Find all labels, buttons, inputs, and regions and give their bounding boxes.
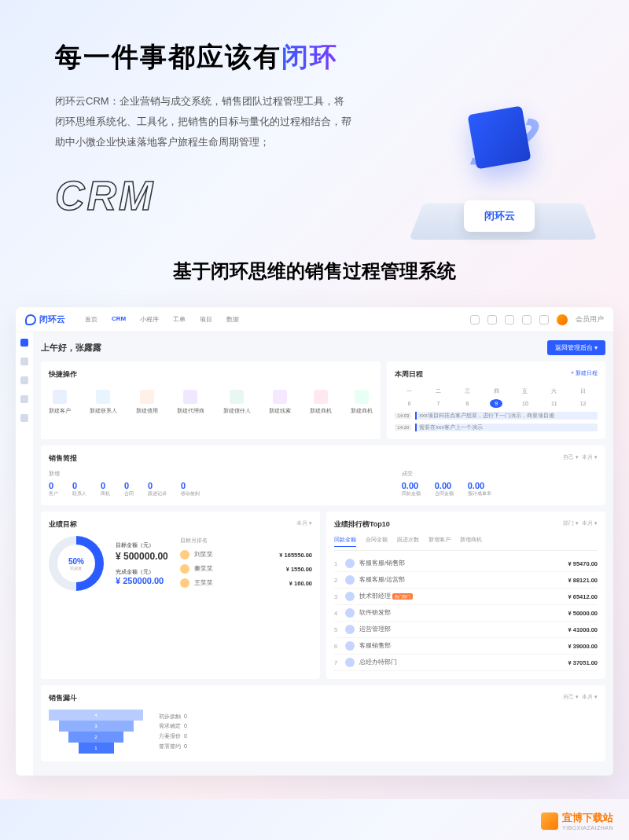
quick-ops-card: 快捷操作 新建客户新建联系人新建信用新建代理商新建信任人新建线索新建商机新建商机 <box>41 361 381 439</box>
nav-ticket[interactable]: 工单 <box>173 315 186 324</box>
app-logo[interactable]: 闭环云 <box>25 314 65 325</box>
add-schedule-button[interactable]: + 新建日程 <box>571 369 598 380</box>
schedule-card: 本周日程 + 新建日程 一二三四五六日 6789101112 14:03xxx项… <box>387 361 605 439</box>
funnel-step-1: 4 <box>49 710 143 721</box>
cal-date-12[interactable]: 12 <box>577 399 590 408</box>
cal-date-7[interactable]: 7 <box>432 399 445 408</box>
rank-item: 刘笑笑¥ 165550.00 <box>180 548 312 562</box>
brief-filter-month[interactable]: 本月 ▾ <box>582 454 598 460</box>
schedule-item[interactable]: 14:20需要在xxx客户上一个演示 <box>395 424 598 431</box>
goal-label-2: 完成金额（元） <box>116 568 168 576</box>
brief-sec2: 成交 <box>402 470 598 478</box>
back-admin-button[interactable]: 返回管理后台 ▾ <box>547 340 605 355</box>
lb-tab-3[interactable]: 新增客户 <box>429 536 451 547</box>
stat-item: 0商机 <box>101 481 110 497</box>
cal-weekday: 日 <box>577 386 590 397</box>
sidebar-item-2[interactable] <box>20 358 28 365</box>
tool-icon-3[interactable] <box>505 315 514 325</box>
sidebar-item-3[interactable] <box>20 376 28 384</box>
lb-item: 2客服客服/运营部¥ 88121.00 <box>334 572 598 589</box>
goal-pct-label: 完成度 <box>68 566 84 570</box>
quick-op-3[interactable]: 新建代理商 <box>177 390 204 415</box>
funnel-filter-self[interactable]: 自己 ▾ <box>563 694 579 699</box>
funnel-filter-month[interactable]: 本月 ▾ <box>582 694 598 699</box>
lb-filter-month[interactable]: 本月 ▾ <box>582 520 598 526</box>
brief-sec1: 新增 <box>49 470 402 478</box>
nav-project[interactable]: 项目 <box>200 315 212 324</box>
nav-data[interactable]: 数据 <box>226 315 239 324</box>
quick-op-5[interactable]: 新建线索 <box>269 390 291 415</box>
brief-title: 销售简报 <box>49 453 77 464</box>
lb-item: 7总经办特部门¥ 37051.00 <box>334 655 598 671</box>
goal-value-2: ¥ 250000.00 <box>116 576 168 585</box>
nav-crm[interactable]: CRM <box>112 315 126 324</box>
rank-item: 秦笑笑¥ 1550.00 <box>180 562 312 576</box>
cal-weekday: 六 <box>548 386 561 397</box>
hero-title: 每一件事都应该有闭环 <box>55 39 574 75</box>
stat-item: 0移动签到 <box>181 481 200 497</box>
logo-chip: 闭环云 <box>464 200 535 232</box>
cal-weekday: 三 <box>461 386 473 397</box>
tool-icon-4[interactable] <box>522 315 532 325</box>
nav-miniapp[interactable]: 小程序 <box>140 315 159 324</box>
leaderboard-card: 业绩排行榜Top10 部门 ▾ 本月 ▾ 回款金额合同金额跟进次数新增客户新增商… <box>326 512 605 679</box>
quick-op-7[interactable]: 新建商机 <box>351 390 373 415</box>
lb-tab-1[interactable]: 合同金额 <box>366 536 388 547</box>
user-avatar[interactable] <box>557 314 568 325</box>
stat-item: 0合同 <box>124 481 134 497</box>
funnel-legend-item: 需求确定 0 <box>159 721 187 732</box>
lb-tab-2[interactable]: 跟进次数 <box>397 536 419 547</box>
lb-filter-dept[interactable]: 部门 ▾ <box>563 520 579 526</box>
hero-graphic: 闭环云 <box>417 94 590 251</box>
rank-item: 王笑笑¥ 160.00 <box>180 576 312 590</box>
sidebar-item-1[interactable] <box>20 339 28 347</box>
quick-op-2[interactable]: 新建信用 <box>136 390 158 415</box>
quick-op-0[interactable]: 新建客户 <box>49 390 71 415</box>
cal-date-10[interactable]: 10 <box>519 399 532 408</box>
header-tools: 会员用户 <box>470 314 604 325</box>
cal-weekday: 一 <box>403 386 416 397</box>
quick-ops-title: 快捷操作 <box>49 369 77 380</box>
quick-op-1[interactable]: 新建联系人 <box>90 390 117 415</box>
schedule-title: 本周日程 <box>395 369 423 380</box>
top-nav: 首页 CRM 小程序 工单 项目 数据 <box>85 315 239 324</box>
lb-tab-0[interactable]: 回款金额 <box>334 536 356 547</box>
logo-icon <box>25 314 36 325</box>
lb-item: 6客服销售部¥ 39000.00 <box>334 638 598 655</box>
user-name[interactable]: 会员用户 <box>576 314 604 325</box>
funnel-legend-item: 方案报价 0 <box>159 732 187 742</box>
goal-value-1: ¥ 500000.00 <box>116 551 168 562</box>
subtitle: 基于闭环思维的销售过程管理系统 <box>0 243 629 307</box>
cal-date-6[interactable]: 6 <box>403 399 416 408</box>
funnel-title: 销售漏斗 <box>49 693 77 703</box>
leaderboard-title: 业绩排行榜Top10 <box>334 519 390 530</box>
tool-icon-1[interactable] <box>470 315 480 325</box>
hero-section: 每一件事都应该有闭环 闭环云CRM：企业营销与成交系统，销售团队过程管理工具，将… <box>0 0 629 243</box>
funnel-step-2: 3 <box>59 721 134 732</box>
title-accent: 闭环 <box>281 42 338 72</box>
goal-label-1: 目标金额（元） <box>116 541 168 549</box>
goals-filter[interactable]: 本月 ▾ <box>296 519 312 530</box>
brief-filter-self[interactable]: 自己 ▾ <box>563 454 579 460</box>
sidebar-item-4[interactable] <box>20 395 28 403</box>
lb-tab-4[interactable]: 新增商机 <box>460 536 482 547</box>
funnel-step-3: 2 <box>68 732 123 743</box>
tool-icon-5[interactable] <box>539 315 549 325</box>
stat-item: 0跟进记录 <box>148 481 167 497</box>
funnel-chart: 4 3 2 1 <box>49 710 143 754</box>
cal-date-9[interactable]: 9 <box>490 399 502 408</box>
lb-item: 4软件研发部¥ 50000.00 <box>334 605 598 622</box>
sidebar-item-5[interactable] <box>20 414 28 422</box>
rank-title: 目标月排名 <box>180 537 312 545</box>
funnel-legend-item: 签署签约 0 <box>159 742 187 752</box>
schedule-item[interactable]: 14:03xxx项目科技点客户想要，进行下一门演示，商量项目难 <box>395 412 598 420</box>
quick-op-6[interactable]: 新建商机 <box>310 390 332 415</box>
cal-date-8[interactable]: 8 <box>461 399 473 408</box>
cal-weekday: 四 <box>490 386 502 397</box>
stat-item: 0联系人 <box>72 481 86 497</box>
sales-brief-card: 销售简报 自己 ▾ 本月 ▾ 新增 0客户0联系人0商机0合同0跟进记录0移动签… <box>41 446 605 505</box>
tool-icon-2[interactable] <box>487 315 497 325</box>
nav-home[interactable]: 首页 <box>85 315 97 324</box>
cal-date-11[interactable]: 11 <box>548 399 561 408</box>
quick-op-4[interactable]: 新建信任人 <box>223 390 251 415</box>
